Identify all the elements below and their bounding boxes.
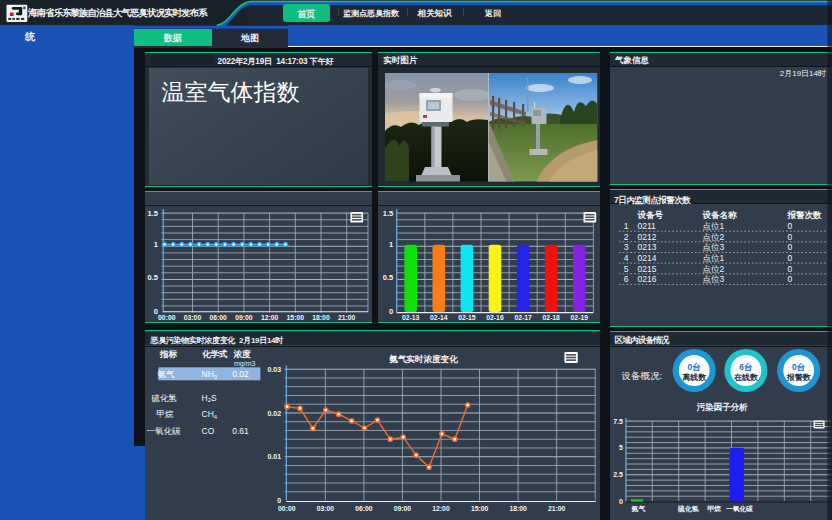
- svg-text:点位2: 点位2: [702, 232, 724, 242]
- svg-text:甲烷: 甲烷: [707, 505, 721, 513]
- svg-text:4: 4: [624, 253, 629, 263]
- svg-text:点位2: 点位2: [702, 264, 724, 274]
- svg-text:0.61: 0.61: [232, 426, 249, 436]
- svg-text:CO: CO: [202, 426, 215, 436]
- svg-text:15:00: 15:00: [471, 505, 489, 512]
- svg-text:06:00: 06:00: [210, 314, 228, 321]
- svg-text:硫化氢: 硫化氢: [151, 393, 177, 403]
- svg-text:18:00: 18:00: [312, 314, 330, 321]
- svg-text:设备名称: 设备名称: [701, 210, 737, 220]
- svg-text:18:00: 18:00: [509, 505, 527, 512]
- svg-text:1.5: 1.5: [148, 209, 158, 218]
- svg-text:02-15: 02-15: [458, 314, 476, 321]
- svg-text:0: 0: [788, 221, 793, 231]
- svg-text:5: 5: [624, 264, 629, 274]
- svg-text:09:00: 09:00: [394, 505, 412, 512]
- svg-text:点位3: 点位3: [702, 242, 724, 252]
- svg-text:02-16: 02-16: [486, 314, 504, 321]
- svg-text:0: 0: [788, 274, 793, 284]
- svg-text:点位1: 点位1: [702, 253, 724, 263]
- svg-text:0: 0: [277, 497, 281, 504]
- svg-text:0: 0: [788, 242, 793, 252]
- svg-text:02-19: 02-19: [571, 314, 589, 321]
- svg-text:1: 1: [389, 240, 393, 249]
- svg-text:2: 2: [624, 232, 629, 242]
- svg-text:12:00: 12:00: [432, 505, 450, 512]
- svg-text:0214: 0214: [638, 253, 657, 263]
- svg-text:6: 6: [624, 274, 629, 284]
- svg-text:1: 1: [624, 221, 629, 231]
- svg-text:0台: 0台: [792, 362, 805, 372]
- svg-text:0: 0: [619, 498, 623, 505]
- svg-text:一氧化碳: 一氧化碳: [726, 505, 753, 513]
- svg-text:点位3: 点位3: [702, 274, 724, 284]
- svg-text:0.5: 0.5: [148, 273, 158, 282]
- svg-text:0.01: 0.01: [267, 453, 281, 460]
- svg-text:03:00: 03:00: [184, 314, 202, 321]
- svg-text:在线数: 在线数: [733, 373, 759, 382]
- svg-text:3: 3: [624, 242, 629, 252]
- svg-text:12:00: 12:00: [261, 314, 279, 321]
- svg-text:氨气: 氨气: [158, 369, 176, 379]
- svg-text:0.5: 0.5: [383, 273, 393, 282]
- svg-text:02-14: 02-14: [430, 314, 448, 321]
- svg-text:0213: 0213: [638, 242, 657, 252]
- svg-text:硫化氢: 硫化氢: [677, 505, 699, 513]
- svg-text:06:00: 06:00: [355, 505, 373, 512]
- svg-text:报警数: 报警数: [786, 373, 812, 382]
- svg-text:设备号: 设备号: [637, 210, 664, 220]
- svg-text:化学式: 化学式: [201, 349, 228, 359]
- svg-text:污染因子分析: 污染因子分析: [697, 402, 749, 412]
- svg-text:指标: 指标: [159, 349, 178, 359]
- svg-text:0.02: 0.02: [232, 369, 249, 379]
- svg-text:甲烷: 甲烷: [157, 409, 175, 419]
- svg-text:0215: 0215: [638, 264, 657, 274]
- svg-text:1.5: 1.5: [383, 209, 393, 218]
- svg-text:03:00: 03:00: [317, 505, 335, 512]
- svg-text:0台: 0台: [688, 362, 701, 372]
- svg-text:设备概况:: 设备概况:: [621, 370, 663, 381]
- svg-text:报警次数: 报警次数: [787, 210, 823, 220]
- svg-text:CH4: CH4: [202, 409, 218, 420]
- svg-text:点位1: 点位1: [702, 221, 724, 231]
- svg-text:氨气: 氨气: [631, 505, 646, 513]
- svg-text:21:00: 21:00: [338, 314, 356, 321]
- svg-text:0.03: 0.03: [267, 366, 281, 373]
- svg-text:浓度: 浓度: [233, 349, 252, 359]
- svg-text:1: 1: [154, 240, 158, 249]
- svg-text:09:00: 09:00: [235, 314, 253, 321]
- svg-text:5: 5: [619, 444, 623, 451]
- svg-text:0: 0: [788, 264, 793, 274]
- svg-text:6台: 6台: [739, 362, 752, 372]
- svg-text:02-13: 02-13: [402, 314, 420, 321]
- svg-text:一氧化碳: 一氧化碳: [147, 426, 182, 436]
- svg-text:00:00: 00:00: [278, 505, 296, 512]
- svg-text:0216: 0216: [638, 274, 657, 284]
- svg-text:0.02: 0.02: [267, 410, 281, 417]
- svg-text:02-18: 02-18: [543, 314, 561, 321]
- svg-text:0: 0: [788, 253, 793, 263]
- svg-text:0: 0: [389, 307, 393, 316]
- svg-text:7.5: 7.5: [613, 418, 623, 425]
- svg-text:02-17: 02-17: [514, 314, 532, 321]
- svg-text:0212: 0212: [638, 232, 657, 242]
- svg-text:21:00: 21:00: [548, 505, 566, 512]
- svg-text:0211: 0211: [638, 221, 657, 231]
- svg-text:氨气实时浓度变化: 氨气实时浓度变化: [389, 354, 460, 364]
- svg-text:2.5: 2.5: [613, 471, 623, 478]
- svg-text:离线数: 离线数: [682, 372, 707, 382]
- svg-text:H2S: H2S: [202, 393, 217, 404]
- svg-text:00:00: 00:00: [158, 314, 176, 321]
- svg-text:15:00: 15:00: [287, 314, 305, 321]
- svg-text:mg/m3: mg/m3: [234, 360, 256, 368]
- svg-text:0: 0: [788, 232, 793, 242]
